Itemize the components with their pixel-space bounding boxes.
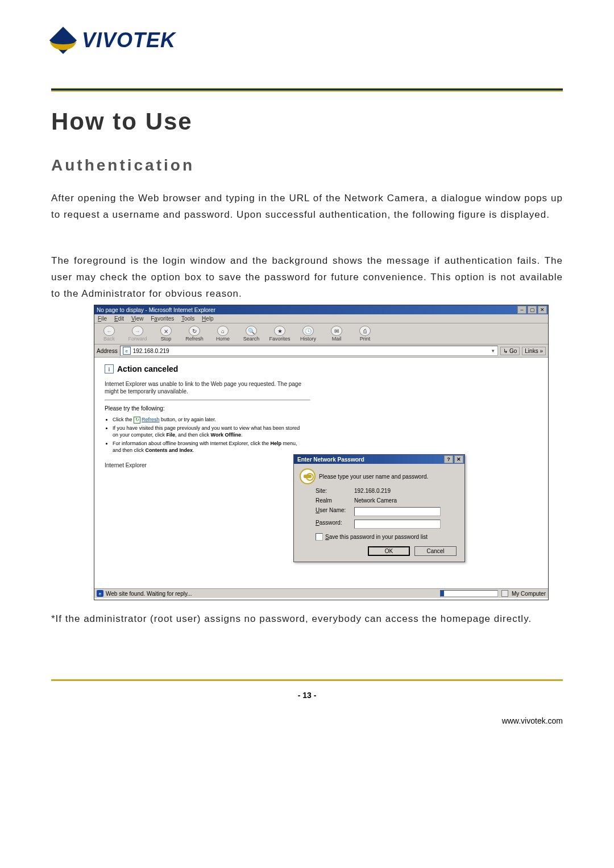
- username-input[interactable]: [354, 507, 441, 516]
- footer-rule: [51, 679, 563, 681]
- ie-menubar: File Edit View Favorites Tools Help: [94, 314, 548, 323]
- ie-titlebar: No page to display - Microsoft Internet …: [94, 305, 548, 314]
- username-label: User Name:: [316, 507, 350, 516]
- error-title: Action canceled: [117, 364, 178, 373]
- home-button[interactable]: ⌂Home: [211, 326, 234, 342]
- error-suggestions: Click the ↻Refresh button, or try again …: [113, 416, 306, 454]
- error-suggestion-2: If you have visited this page previously…: [113, 425, 306, 439]
- minimize-button[interactable]: –: [517, 306, 526, 314]
- site-label: Site:: [316, 488, 350, 494]
- ie-window: No page to display - Microsoft Internet …: [94, 305, 549, 600]
- password-label: Password:: [316, 520, 350, 529]
- ie-status-icon: e: [97, 590, 103, 597]
- save-password-label: Save this password in your password list: [325, 534, 428, 540]
- error-divider: [105, 400, 310, 401]
- refresh-small-icon: ↻: [134, 417, 140, 423]
- back-icon: ←: [103, 326, 115, 336]
- forward-button[interactable]: →Forward: [126, 326, 149, 342]
- favorites-button[interactable]: ★Favorites: [268, 326, 291, 342]
- dialog-title: Enter Network Password: [297, 456, 364, 463]
- cancel-button[interactable]: Cancel: [414, 546, 457, 556]
- menu-favorites[interactable]: Favorites: [151, 315, 174, 322]
- ie-window-title: No page to display - Microsoft Internet …: [97, 307, 215, 313]
- stop-icon: ⨯: [160, 326, 172, 336]
- password-dialog: Enter Network Password ? ✕ Please type y…: [293, 454, 465, 562]
- ie-statusbar: e Web site found. Waiting for reply... M…: [94, 588, 548, 598]
- paragraph-1: After opening the Web browser and typing…: [51, 190, 563, 223]
- error-try-heading: Please try the following:: [105, 405, 538, 412]
- mail-button[interactable]: ✉Mail: [325, 326, 348, 342]
- search-button[interactable]: 🔍Search: [240, 326, 263, 342]
- print-icon: ⎙: [359, 326, 371, 336]
- links-button[interactable]: Links »: [522, 347, 546, 355]
- stop-button[interactable]: ⨯Stop: [155, 326, 177, 342]
- brand-logo: VIVOTEK: [51, 28, 176, 52]
- go-button[interactable]: ↳ Go: [500, 347, 520, 355]
- paragraph-2: The foreground is the login window and t…: [51, 253, 563, 302]
- dialog-close-button[interactable]: ✕: [454, 455, 463, 463]
- mail-icon: ✉: [331, 326, 342, 336]
- info-icon: i: [105, 364, 114, 373]
- logo-mark-icon: [51, 28, 78, 52]
- address-input[interactable]: e 192.168.0.219 ▼: [120, 346, 499, 356]
- page-title: How to Use: [51, 108, 563, 135]
- home-icon: ⌂: [217, 326, 229, 336]
- menu-view[interactable]: View: [131, 315, 144, 322]
- menu-edit[interactable]: Edit: [114, 315, 124, 322]
- back-button[interactable]: ←Back: [98, 326, 121, 342]
- key-icon: [300, 468, 316, 484]
- print-button[interactable]: ⎙Print: [354, 326, 376, 342]
- page-number: - 13 -: [0, 691, 614, 700]
- ie-content: i Action canceled Internet Explorer was …: [94, 358, 548, 588]
- history-button[interactable]: 🕓History: [297, 326, 320, 342]
- close-button[interactable]: ✕: [538, 306, 547, 314]
- dialog-help-button[interactable]: ?: [444, 455, 453, 463]
- password-input[interactable]: [354, 520, 441, 529]
- error-cannot-text: Internet Explorer was unable to link to …: [105, 380, 309, 395]
- logo-text: VIVOTEK: [82, 28, 176, 52]
- zone-text: My Computer: [512, 591, 546, 597]
- realm-label: Realm: [316, 497, 350, 504]
- refresh-button[interactable]: ↻Refresh: [183, 326, 206, 342]
- search-icon: 🔍: [246, 326, 257, 336]
- address-label: Address: [97, 348, 118, 354]
- error-suggestion-1: Click the ↻Refresh button, or try again …: [113, 416, 306, 423]
- footnote: *If the administrator (root user) assign…: [51, 611, 563, 628]
- save-password-checkbox[interactable]: [316, 533, 323, 541]
- footer-url: www.vivotek.com: [502, 716, 563, 725]
- maximize-button[interactable]: ▢: [528, 306, 537, 314]
- menu-tools[interactable]: Tools: [181, 315, 194, 322]
- zone-icon: [501, 590, 508, 597]
- address-value: 192.168.0.219: [133, 348, 169, 354]
- error-suggestion-3: For information about offline browsing w…: [113, 440, 306, 454]
- dialog-titlebar: Enter Network Password ? ✕: [294, 455, 464, 464]
- site-value: 192.168.0.219: [354, 488, 459, 494]
- status-text: Web site found. Waiting for reply...: [106, 591, 192, 597]
- ie-addressbar: Address e 192.168.0.219 ▼ ↳ Go Links »: [94, 344, 548, 358]
- menu-file[interactable]: File: [98, 315, 107, 322]
- forward-icon: →: [132, 326, 143, 336]
- ok-button[interactable]: OK: [368, 546, 410, 556]
- history-icon: 🕓: [302, 326, 314, 336]
- header-rule-inner: [51, 89, 563, 90]
- section-heading: Authentication: [51, 156, 563, 175]
- ie-urlicon: e: [123, 347, 131, 355]
- realm-value: Network Camera: [354, 497, 459, 504]
- refresh-icon: ↻: [189, 326, 200, 336]
- progress-bar: [440, 590, 498, 597]
- menu-help[interactable]: Help: [202, 315, 214, 322]
- ie-toolbar: ←Back →Forward ⨯Stop ↻Refresh ⌂Home 🔍Sea…: [94, 323, 548, 344]
- refresh-link[interactable]: Refresh: [142, 417, 160, 422]
- dialog-prompt: Please type your user name and password.: [319, 474, 428, 480]
- favorites-icon: ★: [274, 326, 285, 336]
